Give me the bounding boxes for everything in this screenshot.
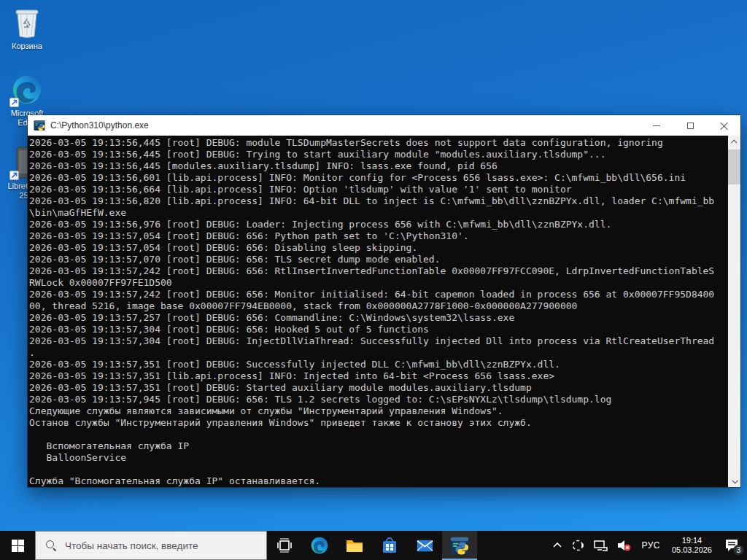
desktop-icon-label: Корзина: [12, 42, 42, 51]
scroll-up-button[interactable]: [728, 136, 740, 148]
mail-icon: [416, 537, 434, 555]
network-icon: [593, 539, 608, 552]
file-explorer-icon: [345, 536, 364, 555]
search-icon: [45, 540, 57, 551]
window-title: C:\Python310\python.exe: [50, 120, 149, 131]
scrollbar-thumb[interactable]: [728, 149, 740, 184]
chevron-up-icon: [731, 139, 737, 145]
recycle-bin-icon: [10, 6, 44, 39]
tray-volume-button[interactable]: [612, 531, 635, 560]
desktop-icon-recycle-bin[interactable]: Корзина: [1, 6, 53, 51]
edge-icon: [10, 73, 44, 106]
sync-icon: [571, 539, 584, 552]
minimize-icon: [653, 125, 660, 126]
tray-chevron-button[interactable]: [548, 531, 567, 560]
chevron-down-icon: [732, 478, 738, 483]
tray-network-button[interactable]: [589, 531, 612, 560]
maximize-button[interactable]: [673, 115, 707, 136]
search-placeholder: Чтобы начать поиск, введите: [65, 540, 198, 551]
maximize-icon: [687, 122, 694, 129]
clock-time: 19:14: [682, 536, 703, 545]
edge-icon: [310, 536, 329, 555]
start-button[interactable]: [0, 531, 35, 560]
chevron-up-icon: [552, 540, 562, 551]
volume-muted-icon: [616, 539, 631, 552]
python-console-icon: [450, 536, 469, 555]
close-button[interactable]: [707, 115, 740, 136]
minimize-button[interactable]: [640, 115, 673, 136]
notification-badge: 3: [733, 545, 744, 556]
file-explorer-button[interactable]: [337, 531, 372, 560]
python-console-taskbar-button[interactable]: [442, 531, 477, 560]
task-view-button[interactable]: [267, 531, 302, 560]
clock-date: 05.03.2026: [672, 545, 712, 555]
console-output-area: 2026-03-05 19:13:56,445 [root] DEBUG: mo…: [28, 136, 740, 487]
task-view-icon: [276, 537, 293, 553]
shortcut-arrow-icon: [9, 98, 19, 107]
vertical-scrollbar[interactable]: [728, 136, 740, 487]
edge-taskbar-button[interactable]: [302, 531, 337, 560]
console-log-text: 2026-03-05 19:13:56,445 [root] DEBUG: mo…: [29, 137, 727, 487]
mail-button[interactable]: [407, 531, 442, 560]
close-icon: [720, 122, 728, 130]
scroll-down-button[interactable]: [728, 475, 740, 487]
shortcut-arrow-icon: [9, 171, 19, 180]
window-titlebar[interactable]: C:\Python310\python.exe: [28, 115, 740, 136]
taskbar: Чтобы начать поиск, введите: [0, 531, 747, 560]
console-window: C:\Python310\python.exe 2026-03-05 19:13…: [28, 115, 740, 487]
search-input[interactable]: Чтобы начать поиск, введите: [35, 531, 267, 560]
python-console-icon: [34, 120, 45, 131]
store-button[interactable]: [372, 531, 407, 560]
store-icon: [381, 537, 398, 554]
windows-logo-icon: [12, 540, 24, 552]
language-indicator[interactable]: РУС: [635, 531, 666, 560]
action-center-button[interactable]: 3: [718, 531, 747, 560]
clock[interactable]: 19:14 05.03.2026: [666, 531, 718, 560]
tray-sync-button[interactable]: [567, 531, 589, 560]
